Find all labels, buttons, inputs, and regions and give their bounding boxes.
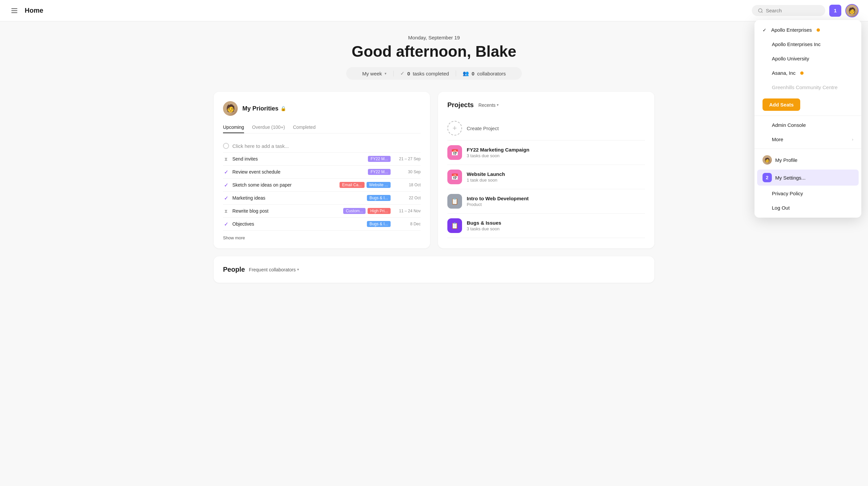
admin-console-label: Admin Console <box>772 122 806 128</box>
hamburger-menu[interactable] <box>9 6 19 15</box>
task-name: Marketing ideas <box>232 195 364 201</box>
check-circle-icon: ✓ <box>223 195 229 201</box>
dropdown-item-log-out[interactable]: Log Out <box>754 201 861 215</box>
task-date: 11 – 24 Nov <box>394 208 421 213</box>
project-row[interactable]: 📋 Bugs & Issues 3 tasks due soon <box>447 214 645 238</box>
log-out-label: Log Out <box>772 205 789 210</box>
tab-completed[interactable]: Completed <box>293 122 315 133</box>
create-project-icon: + <box>447 121 462 135</box>
task-tag: Bugs & I... <box>367 195 391 201</box>
hourglass-icon: ⧗ <box>223 156 229 162</box>
week-label: My week <box>362 71 382 76</box>
dropdown-item-more[interactable]: More › <box>754 132 861 147</box>
collab-label: collaborators <box>477 71 506 76</box>
dropdown-item-my-settings[interactable]: 2 My Settings... <box>757 169 859 186</box>
project-icon: 📅 <box>447 169 462 184</box>
project-row[interactable]: 📅 Website Launch 1 task due soon <box>447 165 645 189</box>
chevron-right-icon: › <box>852 137 853 142</box>
avatar-button[interactable]: 🧑 <box>845 4 859 18</box>
task-row[interactable]: ⧗ Rewrite blog post Custom... High Pri..… <box>223 205 421 218</box>
dropdown-item-apollo-enterprises[interactable]: ✓ Apollo Enterprises <box>754 23 861 37</box>
task-tags: Bugs & I... <box>367 195 391 201</box>
create-project-row[interactable]: + Create Project <box>447 116 645 140</box>
add-task-row[interactable]: Click here to add a task... <box>223 139 421 153</box>
task-tag: Custom... <box>343 208 366 214</box>
project-name: Website Launch <box>467 171 505 177</box>
priorities-title: My Priorities 🔒 <box>242 105 286 112</box>
dropdown-item-asana-inc[interactable]: Asana, Inc <box>754 66 861 80</box>
user-avatar: 🧑 <box>223 101 238 116</box>
project-name: FY22 Marketing Campaign <box>467 147 529 153</box>
task-name: Rewrite blog post <box>232 208 340 214</box>
add-seats-button[interactable]: Add Seats <box>763 98 800 111</box>
tasks-count: 0 <box>407 71 410 76</box>
task-tag: High Pri... <box>368 208 391 214</box>
task-tag: Email Ca... <box>340 182 365 188</box>
stats-bar: My week ▾ ✓ 0 tasks completed 👥 0 collab… <box>346 67 522 80</box>
dropdown-item-admin-console[interactable]: Admin Console <box>754 118 861 132</box>
project-info: Intro to Web Development Product <box>467 196 529 207</box>
task-row[interactable]: ⧗ Send invites FY22 M... 21 – 27 Sep <box>223 153 421 166</box>
project-subtitle: 1 task due soon <box>467 177 505 183</box>
search-input[interactable] <box>766 8 813 13</box>
dropdown-label: Apollo University <box>772 56 809 61</box>
dropdown-label: Apollo Enterprises Inc <box>772 41 820 47</box>
dropdown-item-apollo-university[interactable]: Apollo University <box>754 52 861 66</box>
task-tag: Website ... <box>367 182 391 188</box>
task-name: Sketch some ideas on paper <box>232 182 336 188</box>
dropdown-label: Apollo Enterprises <box>771 27 812 33</box>
tab-upcoming[interactable]: Upcoming <box>223 122 244 133</box>
project-info: Bugs & Issues 3 tasks due soon <box>467 220 501 231</box>
check-circle-icon: ✓ <box>223 169 229 175</box>
tasks-completed-stat: ✓ 0 tasks completed <box>394 70 456 76</box>
recents-label: Recents <box>478 102 495 108</box>
priorities-card: 🧑 My Priorities 🔒 Upcoming Overdue (100+… <box>214 92 430 248</box>
collaborators-button[interactable]: Frequent collaborators ▾ <box>249 267 299 272</box>
check-circle-icon: ✓ <box>223 221 229 227</box>
dropdown-item-my-profile[interactable]: 🧑 My Profile <box>754 151 861 169</box>
project-icon: 📋 <box>447 194 462 208</box>
project-row[interactable]: 📋 Intro to Web Development Product <box>447 189 645 214</box>
collaborators-stat: 👥 0 collaborators <box>456 70 513 76</box>
tasks-label: tasks completed <box>413 71 449 76</box>
project-row[interactable]: 📅 FY22 Marketing Campaign 3 tasks due so… <box>447 140 645 165</box>
project-subtitle: 3 tasks due soon <box>467 153 529 158</box>
task-date: 21 – 27 Sep <box>394 157 421 161</box>
dropdown-item-apollo-enterprises-inc[interactable]: Apollo Enterprises Inc <box>754 37 861 52</box>
task-row[interactable]: ✓ Objectives Bugs & I... 8 Dec <box>223 218 421 231</box>
recents-button[interactable]: Recents ▾ <box>478 102 499 108</box>
notification-badge[interactable]: 1 <box>829 5 841 17</box>
chevron-down-icon: ▾ <box>297 267 299 272</box>
greeting-section: Monday, September 19 Good afternoon, Bla… <box>214 35 654 80</box>
task-tags: FY22 M... <box>368 169 391 175</box>
task-row[interactable]: ✓ Marketing ideas Bugs & I... 22 Oct <box>223 192 421 205</box>
dropdown-item-privacy-policy[interactable]: Privacy Policy <box>754 186 861 201</box>
create-project-label: Create Project <box>467 126 499 131</box>
week-selector[interactable]: My week ▾ <box>355 71 394 76</box>
task-tag: FY22 M... <box>368 156 391 162</box>
chevron-down-icon: ▾ <box>497 103 499 107</box>
project-icon: 📋 <box>447 218 462 233</box>
more-label: More <box>772 136 783 142</box>
tab-overdue[interactable]: Overdue (100+) <box>252 122 285 133</box>
search-bar[interactable] <box>752 5 825 16</box>
show-more-button[interactable]: Show more <box>223 231 421 242</box>
task-tags: Bugs & I... <box>367 221 391 227</box>
privacy-policy-label: Privacy Policy <box>772 191 803 196</box>
task-date: 8 Dec <box>394 222 421 226</box>
task-tag: FY22 M... <box>368 169 391 175</box>
avatar: 🧑 <box>846 5 858 17</box>
checkmark-icon: ✓ <box>763 27 767 33</box>
project-subtitle: 3 tasks due soon <box>467 226 501 231</box>
dropdown-item-greenhills[interactable]: Greenhills Community Centre <box>754 80 861 94</box>
chevron-down-icon: ▾ <box>384 71 386 76</box>
task-row[interactable]: ✓ Sketch some ideas on paper Email Ca...… <box>223 179 421 192</box>
task-row[interactable]: ✓ Review event schedule FY22 M... 30 Sep <box>223 166 421 179</box>
two-columns: 🧑 My Priorities 🔒 Upcoming Overdue (100+… <box>214 92 654 248</box>
priorities-header: 🧑 My Priorities 🔒 <box>223 101 421 116</box>
task-tag: Bugs & I... <box>367 221 391 227</box>
task-name: Objectives <box>232 221 364 227</box>
my-profile-label: My Profile <box>775 157 798 163</box>
add-task-placeholder: Click here to add a task... <box>232 143 289 149</box>
greeting-title: Good afternoon, Blake <box>214 42 654 60</box>
